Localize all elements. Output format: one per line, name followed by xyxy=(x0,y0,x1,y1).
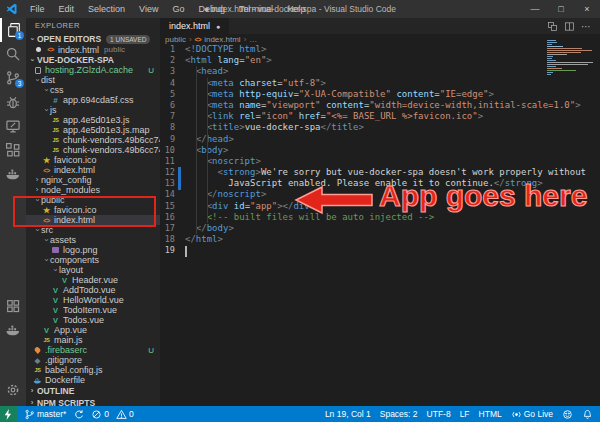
status-sync[interactable] xyxy=(73,409,84,420)
activity-settings[interactable] xyxy=(0,378,26,402)
minimap[interactable] xyxy=(547,40,597,78)
tree-item--gitignore[interactable]: ◆.gitignore xyxy=(26,355,160,365)
open-changes-icon[interactable] xyxy=(547,21,558,32)
tree-item-todos-vue[interactable]: VTodos.vue xyxy=(26,315,160,325)
activity-debug[interactable] xyxy=(0,90,26,114)
whale-icon xyxy=(5,166,21,182)
close-button[interactable]: × xyxy=(574,0,600,18)
tree-item-css[interactable]: ›css xyxy=(26,85,160,95)
tree-item-layout[interactable]: ›layout xyxy=(26,265,160,275)
activity-search[interactable] xyxy=(0,42,26,66)
vue-icon: V xyxy=(42,326,51,335)
menu-help[interactable]: Help xyxy=(281,2,312,16)
code-area[interactable]: 1<!DOCTYPE html>2<html lang="en">3 <head… xyxy=(160,44,600,257)
tab-index-html[interactable]: index.html ● xyxy=(160,18,229,34)
tree-item-dockerfile[interactable]: Dockerfile xyxy=(26,375,160,385)
tree-item-logo-png[interactable]: logo.png xyxy=(26,245,160,255)
status-errors[interactable]: 0 xyxy=(91,409,109,420)
tree-item-hosting-zglzda-cache[interactable]: hosting.ZGlzdA.cacheU xyxy=(26,65,160,75)
open-editor-item[interactable]: <>index.htmlpublic xyxy=(26,44,160,55)
tree-item-addtodo-vue[interactable]: VAddTodo.vue xyxy=(26,285,160,295)
activity-docker[interactable] xyxy=(0,162,26,186)
status-indentation[interactable]: Spaces: 2 xyxy=(380,409,418,419)
split-editor-icon[interactable] xyxy=(564,21,575,32)
activity-extensions[interactable] xyxy=(0,138,26,162)
tree-item-components[interactable]: ›components xyxy=(26,255,160,265)
tree-item-todoitem-vue[interactable]: VTodoItem.vue xyxy=(26,305,160,315)
line-number: 18 xyxy=(160,234,185,245)
code-line: 19 xyxy=(160,245,600,256)
tree-item-favicon-ico[interactable]: ★favicon.ico xyxy=(26,205,160,215)
tree-item-label: App.vue xyxy=(54,325,87,335)
explorer-sidebar: EXPLORER › OPEN EDITORS 1 UNSAVED <>inde… xyxy=(26,18,160,406)
maximize-button[interactable]: □ xyxy=(548,0,574,18)
tree-item-label: favicon.ico xyxy=(54,155,97,165)
tree-item-favicon-ico[interactable]: ★favicon.ico xyxy=(26,155,160,165)
tree-item-index-html[interactable]: <>index.html xyxy=(26,165,160,175)
open-editor-detail: public xyxy=(104,45,125,54)
status-go-live[interactable]: Go Live xyxy=(511,409,553,420)
tree-item-app-4e5d01e3-js-map[interactable]: JSapp.4e5d01e3.js.map xyxy=(26,125,160,135)
tree-item-index-html[interactable]: <>index.html xyxy=(26,215,160,225)
chevron-down-icon: › xyxy=(33,226,41,234)
activity-extensions-extra[interactable] xyxy=(0,294,26,318)
outline-header[interactable]: › OUTLINE xyxy=(26,385,160,397)
badge: 3 xyxy=(15,79,24,88)
breadcrumb-item[interactable]: index.html xyxy=(204,35,240,44)
menu-debug[interactable]: Debug xyxy=(192,2,231,16)
line-number: 19 xyxy=(160,245,185,256)
editor-actions: ⋯ xyxy=(547,18,600,34)
tree-item-main-js[interactable]: JSmain.js xyxy=(26,335,160,345)
menu-view[interactable]: View xyxy=(133,2,164,16)
status-notifications[interactable] xyxy=(582,409,593,420)
menu-file[interactable]: File xyxy=(24,2,51,16)
menu-go[interactable]: Go xyxy=(166,2,190,16)
code-line: 1<!DOCTYPE html> xyxy=(160,44,600,55)
tree-item-app-vue[interactable]: VApp.vue xyxy=(26,325,160,335)
tree-item--firebaserc[interactable]: .firebasercU xyxy=(26,345,160,355)
tree-item-js[interactable]: ›js xyxy=(26,105,160,115)
code-line: 12 <strong>We're sorry but vue-docker-sp… xyxy=(160,167,600,178)
menu-edit[interactable]: Edit xyxy=(53,2,81,16)
npm-scripts-header[interactable]: › NPM SCRIPTS xyxy=(26,397,160,406)
more-actions-icon[interactable]: ⋯ xyxy=(581,21,592,32)
vue-icon: V xyxy=(51,296,60,305)
status-language-mode[interactable]: HTML xyxy=(479,409,502,419)
minimize-button[interactable]: — xyxy=(522,0,548,18)
activity-remote[interactable] xyxy=(0,114,26,138)
tree-item-label: Header.vue xyxy=(72,275,118,285)
tree-item-nginx-config[interactable]: ›nginx_config xyxy=(26,175,160,185)
activity-source-control[interactable]: 3 xyxy=(0,66,26,90)
tree-item-node-modules[interactable]: ›node_modules xyxy=(26,185,160,195)
html-icon: <> xyxy=(42,216,51,225)
status-cursor-position[interactable]: Ln 19, Col 1 xyxy=(325,409,371,419)
workspace-header[interactable]: › VUE-DOCKER-SPA xyxy=(26,55,160,65)
tree-item-dist[interactable]: ›dist xyxy=(26,75,160,85)
tree-item-chunk-vendors-49b6cc74-js-map[interactable]: JSchunk-vendors.49b6cc74.js.map xyxy=(26,145,160,155)
breadcrumb-item[interactable]: … xyxy=(249,35,257,44)
status-eol[interactable]: LF xyxy=(460,409,470,419)
activity-explorer[interactable]: 1 xyxy=(0,18,26,42)
menu-selection[interactable]: Selection xyxy=(82,2,131,16)
tree-item-helloworld-vue[interactable]: VHelloWorld.vue xyxy=(26,295,160,305)
activity-docker-extra[interactable] xyxy=(0,318,26,342)
tree-item-header-vue[interactable]: VHeader.vue xyxy=(26,275,160,285)
tree-item-label: .firebaserc xyxy=(45,345,87,355)
tree-item-public[interactable]: ›public xyxy=(26,195,160,205)
js-icon: JS xyxy=(51,116,60,125)
open-editors-header[interactable]: › OPEN EDITORS 1 UNSAVED xyxy=(26,34,160,44)
status-encoding[interactable]: UTF-8 xyxy=(427,409,451,419)
tree-item-babel-config-js[interactable]: JSbabel.config.js xyxy=(26,365,160,375)
tree-item-label: node_modules xyxy=(41,185,100,195)
remote-indicator[interactable] xyxy=(0,406,17,422)
status-warnings[interactable]: 0 xyxy=(116,409,134,420)
tree-item-src[interactable]: ›src xyxy=(26,225,160,235)
tree-item-app-4e5d01e3-js[interactable]: JSapp.4e5d01e3.js xyxy=(26,115,160,125)
status-feedback[interactable] xyxy=(562,409,573,420)
status-git-branch[interactable]: master* xyxy=(24,409,66,420)
menu-terminal[interactable]: Terminal xyxy=(233,2,279,16)
tree-item-app-694cda5f-css[interactable]: #app.694cda5f.css xyxy=(26,95,160,105)
tree-item-assets[interactable]: ›assets xyxy=(26,235,160,245)
breadcrumb-item[interactable]: public xyxy=(165,35,186,44)
tree-item-chunk-vendors-49b6cc74-js[interactable]: JSchunk-vendors.49b6cc74.js xyxy=(26,135,160,145)
